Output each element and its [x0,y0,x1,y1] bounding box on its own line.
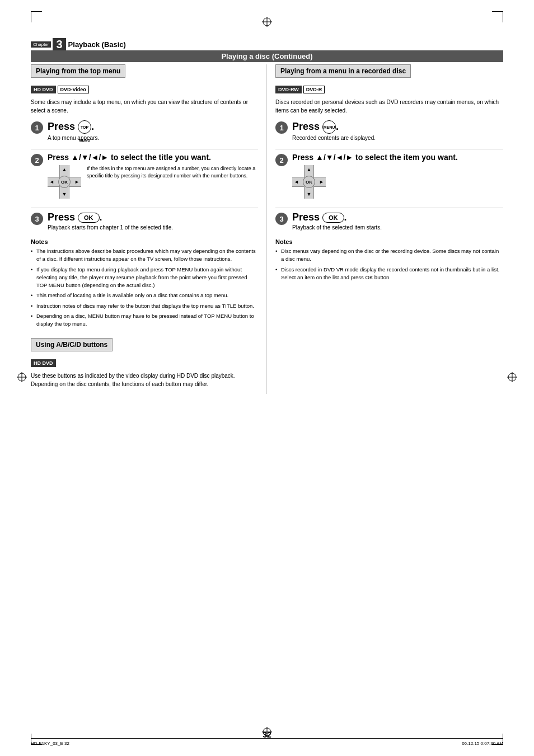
right-step-2-number: 2 [275,154,288,166]
reg-mark-left [17,372,27,384]
ok-button-step3-right: OK [322,213,344,223]
right-note-2: Discs recorded in DVD VR mode display th… [275,266,503,282]
left-step-2-dpad-text: If the titles in the top menu are assign… [87,165,258,179]
corner-mark-tr [492,11,503,22]
footer-right: 06.12.15 0:07:30 AM [462,741,503,746]
chapter-label: Chapter [31,41,51,48]
left-step-1-number: 1 [31,121,43,134]
left-section-header-wrapper: Playing from the top menu [31,64,258,82]
left-section-title: Playing from the top menu [31,64,125,78]
left-note-4: Instruction notes of discs may refer to … [31,302,258,310]
right-dpad-container: OK ▲ ▼ ◄ ► [292,165,503,199]
right-step-3-sub: Playback of the selected item starts. [292,224,503,231]
right-step-1-sub: Recorded contents are displayed. [292,135,503,141]
abcd-text: Use these buttons as indicated by the vi… [31,372,258,388]
right-column: Playing from a menu in a recorded disc D… [267,64,503,394]
left-step-3-sub: Playback starts from chapter 1 of the se… [48,224,258,231]
abcd-section: Using A/B/C/D buttons HD DVD Use these b… [31,338,258,388]
step-divider-1 [31,149,258,149]
right-step-1-content: Press MENU. Recorded contents are displa… [292,120,503,143]
left-notes-list: The instructions above describe basic pr… [31,247,258,328]
left-note-3: This method of locating a title is avail… [31,292,258,299]
badge-dvdrw: DVD-RW [275,86,302,93]
chapter-title: Playback (Basic) [68,40,126,49]
right-dpad-icon: OK ▲ ▼ ◄ ► [292,165,326,199]
left-notes: Notes The instructions above describe ba… [31,238,258,328]
left-step-2-number: 2 [31,154,43,166]
menu-button-icon: MENU [322,120,336,134]
right-step-1-press: Press MENU. [292,120,503,134]
reg-mark-right [507,372,517,384]
right-intro-text: Discs recorded on personal devices such … [275,98,503,115]
left-step-3-press: Press OK. [48,212,258,223]
right-step-1-number: 1 [275,121,288,134]
left-column: Playing from the top menu HD DVD DVD-Vid… [31,64,267,394]
left-notes-title: Notes [31,238,258,245]
left-step-2: 2 Press ▲/▼/◄/► to select the title you … [31,153,258,202]
right-step-2-content: Press ▲/▼/◄/► to select the item you wan… [292,153,503,202]
footer-left: HD-E1KY_03_E 32 [31,741,69,746]
right-step-3: 3 Press OK. Playback of the selected ite… [275,212,503,233]
left-step-2-title: Press ▲/▼/◄/► to select the title you wa… [48,153,258,162]
left-badge-row: HD DVD DVD-Video [31,86,258,93]
right-step-2-title: Press ▲/▼/◄/► to select the item you wan… [292,153,503,162]
right-notes-list: Disc menus vary depending on the disc or… [275,247,503,281]
right-step-divider-2 [275,208,503,208]
left-step-3-number: 3 [31,213,43,225]
left-step-2-content: Press ▲/▼/◄/► to select the title you wa… [48,153,258,202]
right-step-divider-1 [275,149,503,149]
content-area: Playing from the top menu HD DVD DVD-Vid… [31,64,503,725]
footer: HD-E1KY_03_E 32 06.12.15 0:07:30 AM [31,738,503,746]
corner-mark-tl [31,11,42,22]
badge-dvdvideo: DVD-Video [58,86,89,93]
left-dpad-icon: OK ▲ ▼ ◄ ► [48,165,81,199]
right-section-title: Playing from a menu in a recorded disc [275,64,411,78]
step-divider-2 [31,208,258,208]
chapter-number: 3 [53,38,65,50]
right-notes: Notes Disc menus vary depending on the d… [275,238,503,281]
right-step-3-press: Press OK. [292,212,503,223]
ok-button-dpad-right: OK [303,176,315,188]
left-dpad-container: OK ▲ ▼ ◄ ► If the titles in the top menu… [48,165,258,199]
topmenu-button-icon: TOPMENU [78,120,91,134]
badge-hddvd: HD DVD [31,86,56,93]
two-col-layout: Playing from the top menu HD DVD DVD-Vid… [31,64,503,394]
left-step-1: 1 Press TOPMENU. A top menu appears. [31,120,258,143]
badge-hddvd-abcd: HD DVD [31,359,56,367]
abcd-section-title: Using A/B/C/D buttons [31,338,113,351]
right-step-3-number: 3 [275,213,288,225]
left-note-1: The instructions above describe basic pr… [31,247,258,264]
abcd-section-header-wrapper: Using A/B/C/D buttons [31,338,258,356]
left-note-2: If you display the top menu during playb… [31,266,258,290]
left-intro-text: Some discs may include a top menu, on wh… [31,98,258,115]
left-step-1-press: Press TOPMENU. [48,120,258,134]
left-step-1-content: Press TOPMENU. A top menu appears. [48,120,258,143]
right-step-2: 2 Press ▲/▼/◄/► to select the item you w… [275,153,503,202]
right-badge-row: DVD-RW DVD-R [275,86,503,93]
left-step-3-content: Press OK. Playback starts from chapter 1… [48,212,258,233]
left-step-3: 3 Press OK. Playback starts from chapter… [31,212,258,233]
page: Chapter 3 Playback (Basic) Playing a dis… [0,0,534,756]
right-note-1: Disc menus vary depending on the disc or… [275,247,503,264]
badge-dvdr: DVD-R [303,86,325,93]
right-section-header-wrapper: Playing from a menu in a recorded disc [275,64,503,82]
main-section-header: Playing a disc (Continued) [31,50,503,62]
ok-button-step3-left: OK [78,213,100,223]
left-note-5: Depending on a disc, MENU button may hav… [31,312,258,328]
abcd-badge-row: HD DVD [31,359,258,367]
right-step-1: 1 Press MENU. Recorded contents are disp… [275,120,503,143]
ok-button-dpad-left: OK [58,176,71,188]
reg-mark-top [262,17,272,29]
right-step-3-content: Press OK. Playback of the selected item … [292,212,503,233]
right-notes-title: Notes [275,238,503,245]
